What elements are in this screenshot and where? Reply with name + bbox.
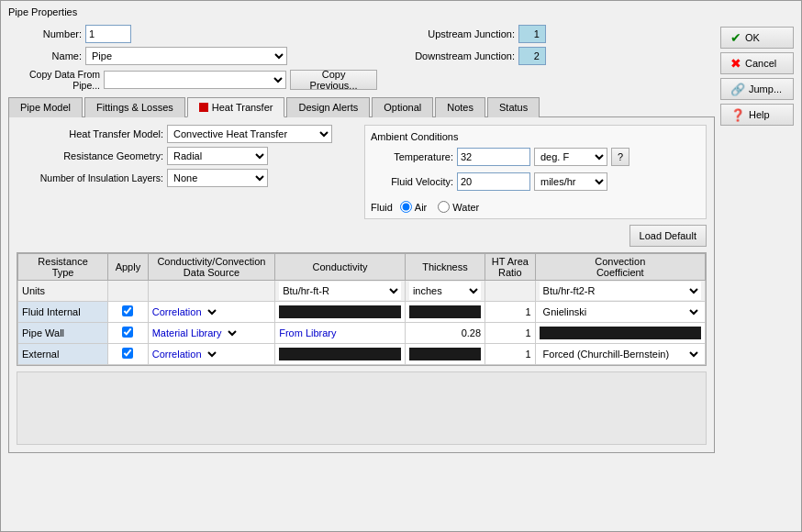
row-apply-external[interactable] [108,344,149,365]
row-ht-pipe: 1 [485,323,536,344]
col-header-apply: Apply [108,254,149,281]
apply-fluid-checkbox[interactable] [122,305,133,316]
temp-unit-select[interactable]: deg. F [534,148,607,166]
name-label: Name: [8,50,82,61]
table-row: External Correlation ▼ [18,344,706,365]
temp-label: Temperature: [371,151,453,162]
vel-input[interactable] [457,172,530,191]
col-header-thickness: Thickness [405,254,485,281]
units-label: Units [18,281,108,302]
ambient-title: Ambient Conditions [371,131,700,142]
help-button[interactable]: ❓ Help [720,104,794,126]
side-buttons: ✔ OK ✖ Cancel 🔗 Jump... ❓ Help [720,25,794,524]
fluid-air-label: Air [415,202,427,213]
copy-previous-button[interactable]: Copy Previous... [290,70,377,90]
fluid-label: Fluid [371,202,393,213]
copy-from-select[interactable] [104,71,286,89]
row-apply-fluid[interactable] [108,302,149,323]
tab-content-heat-transfer: Heat Transfer Model: Convective Heat Tra… [8,117,715,453]
tab-optional[interactable]: Optional [372,97,433,117]
tab-status[interactable]: Status [487,97,540,117]
upstream-value: 1 [518,25,546,43]
downstream-value: 2 [518,47,546,65]
col-header-ht-area: HT AreaRatio [485,254,536,281]
temp-input[interactable] [457,148,530,166]
tab-bar: Pipe Model Fittings & Losses Heat Transf… [8,96,715,117]
ht-layers-label: Number of Insulation Layers: [17,172,163,183]
apply-external-checkbox[interactable] [122,348,133,359]
row-type-fluid-internal: Fluid Internal [18,302,108,323]
cond-units: Btu/hr-ft-R [275,281,406,302]
load-default-button[interactable]: Load Default [629,225,707,247]
col-header-convection: ConvectionCoefficient [535,254,705,281]
vel-unit-select[interactable]: miles/hr [534,172,607,191]
vel-label: Fluid Velocity: [371,176,453,187]
source-external-select[interactable]: ▼ [205,345,219,363]
table-row: Pipe Wall Material Library ▼ [18,323,706,344]
row-thick-pipe: 0.28 [405,323,485,344]
row-thick-external [405,344,485,365]
row-source-fluid: Correlation ▼ [148,302,274,323]
name-select[interactable]: Pipe [85,47,287,65]
upstream-label: Upstream Junction: [386,28,515,39]
table-row: Fluid Internal Correlation ▼ [18,302,706,323]
row-conv-pipe [535,323,705,344]
col-header-conductivity: Conductivity [275,254,406,281]
number-label: Number: [8,28,82,39]
thick-fluid-black [409,305,481,318]
ht-layers-select[interactable]: None [167,169,268,187]
jump-button[interactable]: 🔗 Jump... [720,78,794,100]
row-cond-external [275,344,406,365]
row-source-pipe: Material Library ▼ [148,323,274,344]
row-cond-pipe: From Library [275,323,406,344]
resistance-table: ResistanceType Apply Conductivity/Convec… [17,252,707,366]
ht-geometry-label: Resistance Geometry: [17,150,163,161]
number-input[interactable] [85,25,131,43]
row-apply-pipe[interactable] [108,323,149,344]
ht-model-select[interactable]: Convective Heat Transfer [167,125,332,143]
tab-pipe-model[interactable]: Pipe Model [8,97,83,117]
downstream-label: Downstream Junction: [386,50,515,61]
ht-model-label: Heat Transfer Model: [17,128,163,139]
row-source-external: Correlation ▼ [148,344,274,365]
thick-external-black [409,348,481,360]
conv-fluid-select[interactable]: Gnielinski [540,303,701,321]
row-cond-fluid [275,302,406,323]
conv-units: Btu/hr-ft2-R [535,281,705,302]
thick-units: inches [405,281,485,302]
ht-geometry-select[interactable]: Radial [167,147,268,165]
ambient-help-button[interactable]: ? [611,148,629,166]
tab-notes[interactable]: Notes [435,97,485,117]
title-bar: Pipe Properties [1,1,801,21]
heat-transfer-icon [199,103,208,112]
tab-design-alerts[interactable]: Design Alerts [286,97,370,117]
cancel-button[interactable]: ✖ Cancel [720,52,794,74]
tab-heat-transfer[interactable]: Heat Transfer [187,97,285,117]
source-pipe-select[interactable]: ▼ [225,324,239,342]
row-type-pipe-wall: Pipe Wall [18,323,108,344]
source-fluid-select[interactable]: ▼ [205,303,219,321]
cond-fluid-black [279,305,401,318]
row-conv-fluid: Gnielinski [535,302,705,323]
col-header-conductivity-source: Conductivity/ConvectionData Source [148,254,274,281]
row-ht-external: 1 [485,344,536,365]
row-conv-external: Forced (Churchill-Bernstein) [535,344,705,365]
conv-external-select[interactable]: Forced (Churchill-Bernstein) [540,345,701,363]
row-ht-fluid: 1 [485,302,536,323]
tab-fittings-losses[interactable]: Fittings & Losses [84,97,185,117]
fluid-air-radio[interactable] [400,201,412,213]
fluid-water-label: Water [452,202,479,213]
conv-pipe-black [540,327,701,339]
row-thick-fluid [405,302,485,323]
col-header-resistance-type: ResistanceType [18,254,108,281]
copy-label: Copy Data From Pipe... [8,69,100,91]
pipe-properties-window: Pipe Properties Number: Name: Pipe [0,0,802,532]
window-title: Pipe Properties [8,6,77,17]
cond-external-black [279,348,401,360]
fluid-water-radio[interactable] [438,201,450,213]
bottom-empty-area [17,371,707,445]
ok-button[interactable]: ✔ OK [720,27,794,49]
row-type-external: External [18,344,108,365]
apply-pipe-checkbox[interactable] [122,327,133,338]
units-row: Units Btu/hr-ft-R [18,281,706,302]
